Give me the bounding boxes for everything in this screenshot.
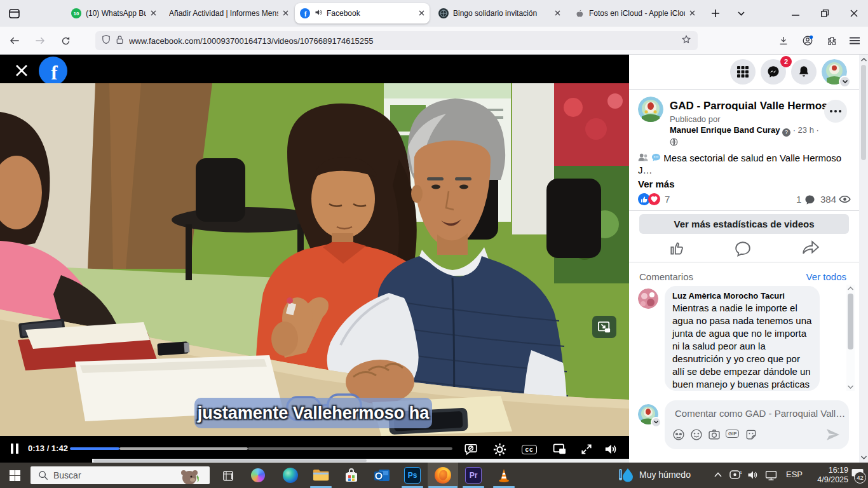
tray-language[interactable]: ESP — [786, 470, 803, 479]
video-player[interactable]: f — [0, 55, 629, 463]
reload-button[interactable] — [56, 31, 75, 50]
tray-clock[interactable]: 16:19 4/9/2025 — [810, 466, 848, 485]
page-scroll-down-icon[interactable] — [861, 456, 867, 459]
love-reaction-icon[interactable] — [648, 193, 660, 207]
video-stats-button[interactable]: Ver más estadísticas de videos — [639, 214, 849, 234]
tab-list-chevron-icon[interactable] — [732, 5, 750, 22]
forward-button[interactable] — [31, 31, 50, 50]
address-bar[interactable]: www.facebook.com/100093700164713/videos/… — [95, 31, 698, 50]
taskbar-file-explorer-icon[interactable] — [306, 463, 336, 488]
shield-icon[interactable] — [102, 34, 111, 47]
firefox-view-icon[interactable] — [5, 5, 23, 22]
taskbar-photoshop-icon[interactable]: Ps — [397, 463, 428, 488]
comments-disabled-icon[interactable] — [463, 441, 479, 458]
composer-avatar-chevron-icon[interactable] — [651, 417, 661, 428]
taskbar-store-icon[interactable] — [336, 463, 367, 488]
reactions-count[interactable]: 7 — [665, 194, 670, 205]
composer-placeholder[interactable]: Comentar como GAD - Parroquial Vall… — [675, 408, 845, 419]
closed-captions-icon[interactable]: cc — [521, 441, 538, 458]
taskbar-vlc-icon[interactable] — [489, 463, 519, 488]
weather-text[interactable]: Muy húmedo — [639, 470, 691, 480]
see-more-link[interactable]: Ver más — [638, 179, 675, 189]
share-action-icon[interactable] — [802, 240, 820, 257]
tab-facebook-active[interactable]: f Facebook — [295, 3, 430, 24]
avatar-sticker-icon[interactable] — [672, 428, 685, 443]
page-name[interactable]: GAD - Parroquial Valle Hermoso — [670, 100, 834, 112]
window-restore-button[interactable] — [816, 5, 834, 22]
pip-control-icon[interactable] — [552, 441, 568, 458]
extensions-puzzle-icon[interactable] — [822, 31, 841, 50]
tab-bingo[interactable]: Bingo solidario invitación — [433, 3, 566, 24]
back-button[interactable] — [5, 31, 24, 50]
tray-network-icon[interactable] — [765, 470, 777, 480]
sticker-icon[interactable] — [745, 428, 757, 443]
commenter-avatar[interactable] — [638, 288, 658, 309]
taskbar-edge-icon[interactable] — [275, 463, 306, 488]
taskbar-search-box[interactable]: Buscar — [31, 466, 210, 484]
emoji-smiley-icon[interactable] — [690, 428, 703, 443]
gif-icon[interactable]: GIF — [726, 430, 739, 438]
weather-icon[interactable] — [618, 468, 634, 483]
notifications-bell-icon[interactable] — [791, 59, 817, 85]
page-scroll-up-icon[interactable] — [861, 58, 867, 62]
downloads-icon[interactable] — [774, 31, 793, 50]
comments-count[interactable]: 1 — [796, 194, 801, 205]
post-timestamp[interactable]: · 23 h · — [793, 125, 819, 135]
window-close-button[interactable] — [845, 5, 863, 22]
see-all-comments-link[interactable]: Ver todos — [806, 271, 846, 282]
task-view-button[interactable] — [214, 463, 241, 488]
tab-close-icon[interactable] — [283, 9, 288, 18]
page-avatar[interactable] — [638, 97, 663, 122]
account-icon[interactable] — [798, 31, 817, 50]
bookmark-star-icon[interactable] — [681, 34, 691, 47]
comments-scrollbar[interactable] — [846, 285, 855, 391]
taskbar-firefox-icon[interactable] — [428, 463, 458, 488]
comment-composer[interactable]: Comentar como GAD - Parroquial Vall… GIF — [665, 400, 849, 449]
settings-gear-icon[interactable] — [491, 441, 508, 458]
tab-close-icon[interactable] — [151, 9, 156, 18]
page-scrollbar-thumb[interactable] — [861, 65, 866, 160]
post-options-icon[interactable] — [824, 100, 847, 123]
tray-capture-icon[interactable]: 1 — [729, 470, 742, 480]
notification-center-icon[interactable]: 42 — [851, 468, 864, 482]
tab-informes[interactable]: Añadir Actividad | Informes Mens — [164, 3, 294, 24]
fb-menu-grid-icon[interactable] — [730, 59, 756, 85]
profile-chevron-icon[interactable] — [839, 76, 851, 88]
picture-in-picture-button[interactable] — [592, 316, 616, 338]
like-action-icon[interactable] — [668, 240, 685, 259]
tab-close-icon[interactable] — [689, 9, 695, 18]
comment-action-icon[interactable] — [735, 240, 751, 259]
camera-icon[interactable] — [708, 428, 721, 443]
scroll-down-icon[interactable] — [848, 385, 853, 389]
tab-whatsapp[interactable]: 10 (10) WhatsApp Business — [66, 3, 161, 24]
comments-scrollbar-thumb[interactable] — [848, 294, 853, 349]
author-line: Manuel Enrique Band Curay ? · 23 h · — [670, 125, 819, 137]
window-minimize-button[interactable] — [787, 5, 804, 22]
lock-icon[interactable] — [116, 35, 124, 47]
author-name[interactable]: Manuel Enrique Band Curay — [670, 125, 780, 135]
page-scrollbar[interactable] — [859, 55, 868, 463]
scroll-up-icon[interactable] — [848, 287, 853, 290]
comment-author[interactable]: Luz Amèrica Morocho Tacuri — [672, 291, 812, 301]
video-frame[interactable] — [0, 83, 629, 436]
url-text[interactable]: www.facebook.com/100093700164713/videos/… — [129, 36, 676, 46]
tab-close-icon[interactable] — [419, 9, 424, 18]
tab-close-icon[interactable] — [555, 9, 560, 18]
new-tab-button[interactable] — [707, 5, 724, 22]
horizontal-scrollbar-thumb[interactable] — [93, 459, 367, 462]
send-comment-icon[interactable] — [826, 428, 840, 443]
taskbar-premiere-icon[interactable]: Pr — [458, 463, 489, 488]
copilot-button[interactable] — [244, 463, 272, 488]
video-close-icon[interactable] — [15, 64, 28, 79]
fullscreen-icon[interactable] — [578, 441, 595, 458]
taskbar-outlook-icon[interactable] — [367, 463, 397, 488]
volume-icon[interactable] — [602, 441, 619, 458]
start-button[interactable] — [0, 463, 29, 488]
menu-hamburger-icon[interactable] — [845, 31, 864, 50]
tray-chevron-up-icon[interactable] — [714, 472, 722, 477]
tab-icloud[interactable]: Fotos en iCloud - Apple iClou — [569, 3, 700, 24]
search-highlight-bear-icon[interactable] — [180, 468, 200, 484]
tab-audio-icon[interactable] — [315, 9, 322, 18]
tray-volume-icon[interactable] — [747, 470, 759, 480]
pause-button[interactable] — [10, 444, 19, 456]
